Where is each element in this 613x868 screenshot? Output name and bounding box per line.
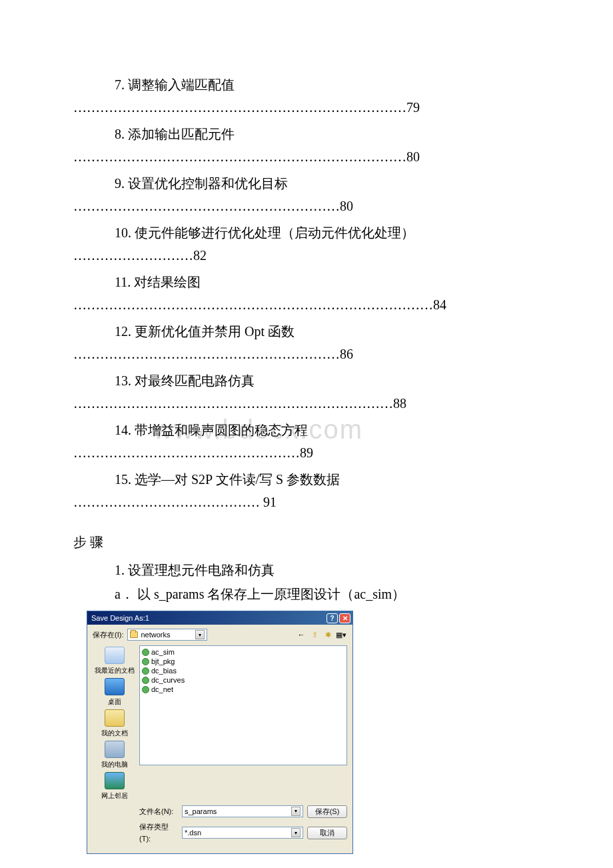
places-bar: 我最近的文档 桌面 我的文档 我的电脑 (93, 645, 137, 801)
toc-page-leader: …………………………………………………………………79 (73, 96, 540, 119)
toc-item: 9. 设置优化控制器和优化目标 ……………………………………………………80 (73, 172, 540, 217)
toc-title: 13. 对最终匹配电路仿真 (73, 369, 540, 392)
filetype-label: 保存类型(T): (139, 821, 178, 845)
dialog-title: Save Design As:1 (91, 612, 325, 625)
chevron-down-icon: ▾ (291, 828, 301, 837)
toc-title: 12. 更新优化值并禁用 Opt 函数 (73, 320, 540, 343)
lookin-select[interactable]: networks ▾ (127, 629, 207, 641)
place-desktop[interactable]: 桌面 (93, 678, 137, 707)
dialog-titlebar[interactable]: Save Design As:1 ? ✕ (87, 611, 352, 625)
close-button[interactable]: ✕ (339, 613, 350, 623)
recent-icon (105, 647, 125, 664)
up-folder-icon[interactable]: ⇧ (308, 629, 320, 641)
toc-title: 15. 选学—对 S2P 文件读/写 S 参数数据 (73, 468, 540, 491)
computer-icon (105, 741, 125, 758)
place-label: 我的电脑 (101, 759, 128, 770)
toc-page-leader: ……………………………………………………80 (73, 195, 540, 217)
place-label: 我最近的文档 (95, 665, 135, 676)
chevron-down-icon: ▾ (291, 807, 301, 816)
toc-page-leader: ……………………………………………89 (73, 441, 540, 464)
network-icon (105, 772, 125, 789)
toc-title: 9. 设置优化控制器和优化目标 (73, 172, 540, 195)
filetype-select[interactable]: *.dsn ▾ (182, 827, 303, 839)
toc-item: 14. 带增益和噪声圆图的稳态方程 ……………………………………………89 (73, 419, 540, 464)
toc-item: 12. 更新优化值并禁用 Opt 函数 ……………………………………………………… (73, 320, 540, 365)
new-folder-icon[interactable]: ✱ (322, 629, 334, 641)
save-dialog: Save Design As:1 ? ✕ 保存在(I): networks ▾ … (87, 611, 353, 854)
toc-page-leader: ………………………82 (73, 244, 540, 267)
design-file-icon (142, 649, 149, 656)
toc-title: 14. 带增益和噪声圆图的稳态方程 (73, 419, 540, 441)
design-file-icon (142, 658, 149, 665)
toc-item: 15. 选学—对 S2P 文件读/写 S 参数数据 ……………………………………… (73, 468, 540, 513)
place-label: 我的文档 (101, 727, 128, 739)
design-file-icon (142, 686, 149, 693)
file-name: dc_net (151, 683, 173, 696)
toc-page-leader: ……………………………………………………86 (73, 343, 540, 365)
lookin-value: networks (141, 629, 170, 641)
back-icon[interactable]: ← (295, 629, 307, 641)
place-label: 网上邻居 (101, 790, 128, 801)
file-list[interactable]: ac_sim bjt_pkg dc_bias dc_curves (139, 645, 347, 765)
section-heading: 步 骤 (73, 531, 540, 553)
design-file-icon (142, 677, 149, 684)
toc-title: 11. 对结果绘图 (73, 271, 540, 293)
design-file-icon (142, 667, 149, 675)
file-item[interactable]: dc_net (142, 685, 344, 695)
desktop-icon (105, 678, 125, 695)
save-button[interactable]: 保存(S) (307, 805, 347, 818)
toc-item: 10. 使元件能够进行优化处理（启动元件优化处理） ………………………82 (73, 221, 540, 267)
lookin-label: 保存在(I): (93, 629, 123, 641)
place-recent[interactable]: 我最近的文档 (93, 647, 137, 676)
toc-item: 11. 对结果绘图 ………………………………………………………………………84 (73, 271, 540, 316)
documents-icon (105, 709, 125, 727)
view-menu-icon[interactable]: ▦▾ (335, 629, 347, 641)
folder-icon (130, 631, 138, 638)
toc-page-leader: ………………………………………………………………88 (73, 392, 540, 415)
filename-input[interactable]: s_params ▾ (182, 805, 303, 817)
filetype-value: *.dsn (185, 827, 291, 839)
place-label: 桌面 (108, 696, 121, 707)
place-documents[interactable]: 我的文档 (93, 709, 137, 739)
place-computer[interactable]: 我的电脑 (93, 741, 137, 770)
toc-title: 10. 使元件能够进行优化处理（启动元件优化处理） (73, 221, 540, 244)
close-icon: ✕ (342, 613, 348, 624)
toc-title: 7. 调整输入端匹配值 (73, 73, 540, 96)
toc-page-leader: ………………………………………………………………………84 (73, 293, 540, 316)
toc-page-leader: …………………………………… 91 (73, 491, 540, 513)
place-network[interactable]: 网上邻居 (93, 772, 137, 801)
help-button[interactable]: ? (326, 613, 338, 623)
toc-page-leader: …………………………………………………………………80 (73, 145, 540, 168)
toc-item: 7. 调整输入端匹配值 …………………………………………………………………79 (73, 73, 540, 119)
toc-item: 8. 添加输出匹配元件 …………………………………………………………………80 (73, 123, 540, 168)
filename-label: 文件名(N): (139, 805, 178, 818)
filename-value: s_params (185, 805, 291, 818)
toc-title: 8. 添加输出匹配元件 (73, 123, 540, 145)
chevron-down-icon: ▾ (195, 630, 205, 639)
step-substep: a． 以 s_params 名保存上一原理图设计（ac_sim） (73, 583, 540, 605)
cancel-button[interactable]: 取消 (307, 827, 347, 839)
step-title: 1. 设置理想元件电路和仿真 (73, 559, 540, 581)
toc-item: 13. 对最终匹配电路仿真 ………………………………………………………………88 (73, 369, 540, 415)
